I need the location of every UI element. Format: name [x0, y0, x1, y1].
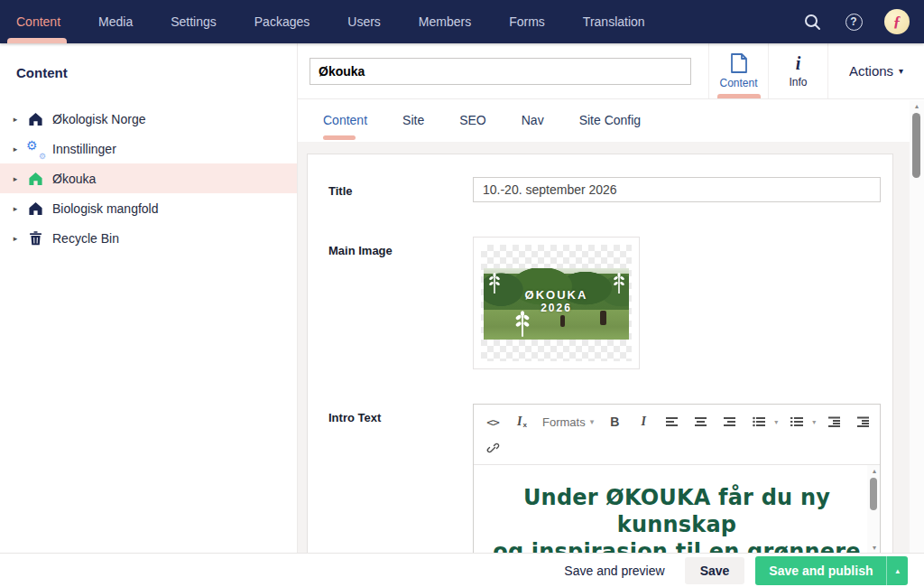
- rte-content-area[interactable]: Under ØKOUKA får du ny kunnskap og inspi…: [474, 465, 880, 553]
- person-silhouette: [600, 311, 606, 325]
- trash-icon: [27, 230, 43, 247]
- tree-item-label: Recycle Bin: [52, 231, 119, 246]
- rte-toolbar: <> Ix Formats▾ B I ▾: [474, 405, 880, 465]
- italic-button[interactable]: I: [632, 411, 655, 433]
- info-app-tab[interactable]: i Info: [768, 43, 827, 98]
- sidebar-section-title: Content: [0, 65, 297, 80]
- tree-item-biologisk-mangfold[interactable]: ▸ Biologisk mangfold: [0, 193, 297, 223]
- editor-main-panel: Content i Info Actions ▾ Content Site SE…: [298, 43, 924, 587]
- field-row-main-image: Main Image ØKOUKA 2026: [328, 237, 892, 369]
- align-left-button[interactable]: [661, 411, 684, 433]
- expand-caret-icon[interactable]: ▸: [9, 234, 22, 243]
- intro-text-field-label: Intro Text: [328, 404, 473, 554]
- align-right-button[interactable]: [718, 411, 742, 433]
- rte-scrollbar-thumb[interactable]: [870, 478, 877, 510]
- bold-button[interactable]: B: [603, 411, 626, 433]
- expand-caret-icon[interactable]: ▸: [9, 144, 22, 154]
- formats-dropdown[interactable]: Formats▾: [542, 415, 594, 429]
- page-scrollbar-thumb[interactable]: [912, 113, 920, 178]
- scroll-up-arrow-icon[interactable]: ▴: [867, 465, 880, 476]
- user-avatar[interactable]: ƒ: [884, 9, 910, 34]
- numbered-list-button[interactable]: [785, 411, 808, 433]
- page-scrollbar[interactable]: ▴ ▾: [910, 100, 924, 585]
- active-app-underline: [717, 94, 761, 98]
- tree-item-label: Økologisk Norge: [52, 112, 146, 126]
- nav-item-packages[interactable]: Packages: [254, 0, 310, 43]
- field-row-title: Title: [328, 177, 892, 202]
- nav-item-forms[interactable]: Forms: [509, 0, 545, 43]
- chevron-down-icon: ▾: [590, 417, 595, 426]
- nav-item-media[interactable]: Media: [98, 0, 133, 43]
- nav-item-content[interactable]: Content: [16, 0, 60, 43]
- insert-link-button[interactable]: [481, 438, 504, 460]
- info-app-label: Info: [789, 76, 807, 89]
- topnav-right-tools: ? ƒ: [801, 9, 924, 34]
- field-row-intro-text: Intro Text <> Ix Formats▾ B I: [328, 404, 892, 554]
- expand-caret-icon[interactable]: ▸: [9, 204, 22, 213]
- intro-text-line: Under ØKOUKA får du ny kunnskap: [474, 484, 880, 538]
- okouka-photo: ØKOUKA 2026: [484, 268, 629, 340]
- rte-scrollbar[interactable]: ▴ ▾: [867, 465, 880, 553]
- save-and-preview-button[interactable]: Save and preview: [564, 564, 664, 578]
- main-image-field-label: Main Image: [328, 237, 473, 369]
- tab-site[interactable]: Site: [402, 99, 424, 142]
- content-tab-bar: Content Site SEO Nav Site Config: [298, 99, 924, 142]
- intro-text-line: og inspirasjon til en grønnere: [474, 538, 880, 553]
- node-name-input[interactable]: [310, 58, 691, 85]
- tree-item-innstillinger[interactable]: ▸ ⚙⚙ Innstillinger: [0, 134, 297, 163]
- media-picker-thumbnail[interactable]: ØKOUKA 2026: [473, 237, 640, 369]
- tree-item-okologisk-norge[interactable]: ▸ Økologisk Norge: [0, 104, 297, 134]
- property-card: Title Main Image ØKOUKA 2026: [307, 154, 893, 587]
- tree-item-recycle-bin[interactable]: ▸ Recycle Bin: [0, 223, 297, 253]
- home-icon: [27, 200, 43, 217]
- tree-item-label: Økouka: [52, 172, 96, 186]
- publish-options-caret-icon[interactable]: ▴: [886, 556, 908, 585]
- expand-caret-icon[interactable]: ▸: [9, 174, 22, 183]
- tab-content[interactable]: Content: [323, 99, 367, 142]
- editor-footer-bar: Save and preview Save Save and publish ▴: [0, 553, 924, 587]
- clear-formatting-button[interactable]: Ix: [510, 411, 533, 433]
- expand-caret-icon[interactable]: ▸: [9, 115, 22, 124]
- nav-item-members[interactable]: Members: [419, 0, 471, 43]
- photo-overlay-year: 2026: [484, 302, 629, 314]
- editor-header: Content i Info Actions ▾: [298, 43, 924, 99]
- search-icon[interactable]: [801, 11, 823, 33]
- actions-dropdown[interactable]: Actions ▾: [827, 43, 924, 98]
- save-button[interactable]: Save: [685, 557, 745, 584]
- wheat-logo-icon: [488, 273, 501, 294]
- nav-item-settings[interactable]: Settings: [171, 0, 217, 43]
- content-tree-sidebar: Content ▸ Økologisk Norge ▸ ⚙⚙ Innstilli…: [0, 43, 298, 587]
- tab-seo[interactable]: SEO: [459, 99, 486, 142]
- document-icon: [731, 53, 747, 73]
- tab-site-config[interactable]: Site Config: [579, 99, 641, 142]
- source-code-button[interactable]: <>: [481, 411, 504, 433]
- tab-nav[interactable]: Nav: [522, 99, 544, 142]
- document-content-area: Title Main Image ØKOUKA 2026: [298, 142, 924, 587]
- bullet-list-caret-icon[interactable]: ▾: [774, 418, 778, 426]
- gears-icon: ⚙⚙: [27, 141, 43, 157]
- person-silhouette: [560, 315, 565, 327]
- numbered-list-caret-icon[interactable]: ▾: [812, 418, 816, 426]
- nav-item-translation[interactable]: Translation: [583, 0, 645, 43]
- home-icon-green: [27, 171, 43, 187]
- content-app-tab[interactable]: Content: [708, 43, 768, 98]
- active-nav-underline: [7, 38, 67, 43]
- scroll-down-arrow-icon[interactable]: ▾: [867, 542, 880, 553]
- title-input[interactable]: [473, 177, 881, 202]
- active-tab-underline: [323, 135, 356, 140]
- bullet-list-button[interactable]: [747, 411, 771, 433]
- tree-item-okouka-selected[interactable]: ▸ Økouka: [0, 163, 297, 193]
- indent-button[interactable]: [852, 411, 875, 433]
- wheat-logo-icon: [613, 273, 625, 294]
- photo-overlay-title: ØKOUKA: [484, 288, 629, 302]
- align-center-button[interactable]: [689, 411, 713, 433]
- save-and-publish-button[interactable]: Save and publish ▴: [755, 556, 908, 585]
- chevron-down-icon: ▾: [899, 66, 903, 76]
- scroll-up-arrow-icon[interactable]: ▴: [910, 100, 924, 111]
- content-app-label: Content: [719, 77, 757, 89]
- nav-item-users[interactable]: Users: [347, 0, 381, 43]
- rich-text-editor: <> Ix Formats▾ B I ▾: [473, 404, 881, 554]
- wheat-logo-icon: [514, 311, 531, 338]
- help-icon[interactable]: ?: [843, 11, 864, 33]
- outdent-button[interactable]: [823, 411, 846, 433]
